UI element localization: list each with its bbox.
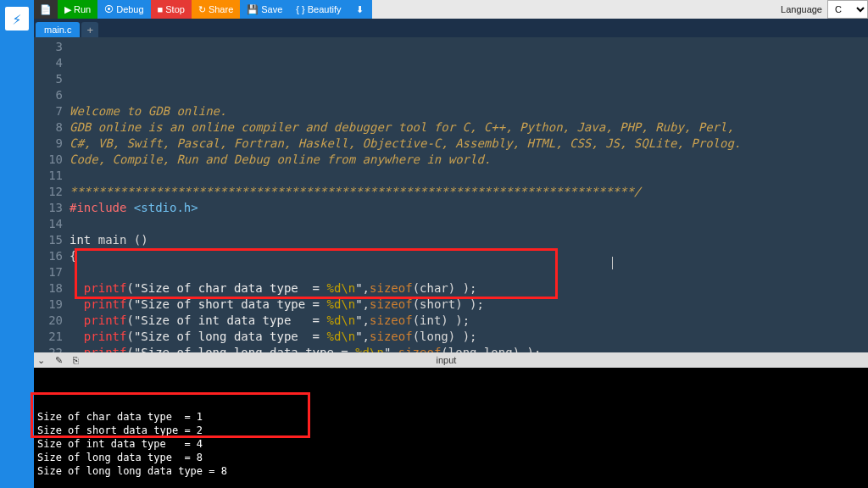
console-panel: ⌄ ✎ ⎘ input Size of char data type = 1Si… [34,352,868,488]
code-content[interactable]: Welcome to GDB online.GDB online is an o… [70,37,868,352]
language-select[interactable]: C [827,0,868,19]
console-line: Size of char data type = 1 [37,410,865,424]
left-sidebar: ⚡ [0,0,34,488]
code-line[interactable]: int main () [70,232,868,248]
code-line[interactable]: Welcome to GDB online. [70,103,868,119]
code-line[interactable]: Code, Compile, Run and Debug online from… [70,152,868,168]
download-icon: ⬇ [356,4,364,15]
code-line[interactable]: { [70,248,868,264]
copy-icon[interactable]: ⎘ [73,355,79,365]
logo-icon: ⚡ [5,7,29,30]
code-line[interactable] [70,168,868,184]
code-line[interactable]: printf("Size of long data type = %d\n",s… [70,329,868,345]
code-line[interactable]: #include <stdio.h> [70,200,868,216]
edit-icon[interactable]: ✎ [55,355,63,366]
file-icon: 📄 [40,4,52,15]
code-line[interactable]: printf("Size of short data type = %d\n",… [70,297,868,313]
tab-bar: main.c + [34,19,868,37]
code-editor[interactable]: 345678910111213141516171819202122 Welcom… [34,37,868,352]
save-icon: 💾 [247,4,259,15]
beautify-button[interactable]: { }Beautify [289,0,348,19]
console-tab-label[interactable]: input [89,355,804,365]
share-button[interactable]: ↻Share [192,0,240,19]
chevron-down-icon[interactable]: ⌄ [37,355,45,366]
toolbar: 📄 ▶Run ⦿Debug ■Stop ↻Share 💾Save { }Beau… [34,0,868,19]
run-button[interactable]: ▶Run [58,0,97,19]
code-line[interactable] [70,264,868,280]
code-line[interactable]: C#, VB, Swift, Pascal, Fortran, Haskell,… [70,136,868,152]
console-toolbar: ⌄ ✎ ⎘ input [34,352,868,368]
add-tab-button[interactable]: + [81,22,98,37]
console-output[interactable]: Size of char data type = 1Size of short … [34,368,868,488]
play-icon: ▶ [64,4,71,15]
line-number-gutter: 345678910111213141516171819202122 [34,37,70,352]
stop-button[interactable]: ■Stop [151,0,192,19]
new-file-button[interactable]: 📄 [34,0,58,19]
code-line[interactable]: printf("Size of char data type = %d\n",s… [70,280,868,297]
share-icon: ↻ [198,4,206,15]
console-line: Size of short data type = 2 [37,424,865,437]
language-label: Language [776,0,827,19]
code-line[interactable]: GDB online is an online compiler and deb… [70,119,868,136]
download-button[interactable]: ⬇ [348,0,372,19]
console-line: Size of long data type = 8 [37,451,865,464]
console-line: Size of int data type = 4 [37,437,865,451]
code-line[interactable]: printf("Size of int data type = %d\n",si… [70,313,868,329]
debug-button[interactable]: ⦿Debug [97,0,150,19]
text-cursor [612,257,613,269]
main-area: 📄 ▶Run ⦿Debug ■Stop ↻Share 💾Save { }Beau… [34,0,868,488]
stop-icon: ■ [158,4,164,14]
save-button[interactable]: 💾Save [240,0,289,19]
code-line[interactable]: ****************************************… [70,184,868,200]
code-line[interactable] [70,216,868,232]
console-line: Size of long long data type = 8 [37,464,865,478]
bug-icon: ⦿ [104,4,114,14]
file-tab[interactable]: main.c [36,22,80,37]
braces-icon: { } [296,4,304,14]
code-line[interactable]: printf("Size of long long data type = %d… [70,345,868,352]
